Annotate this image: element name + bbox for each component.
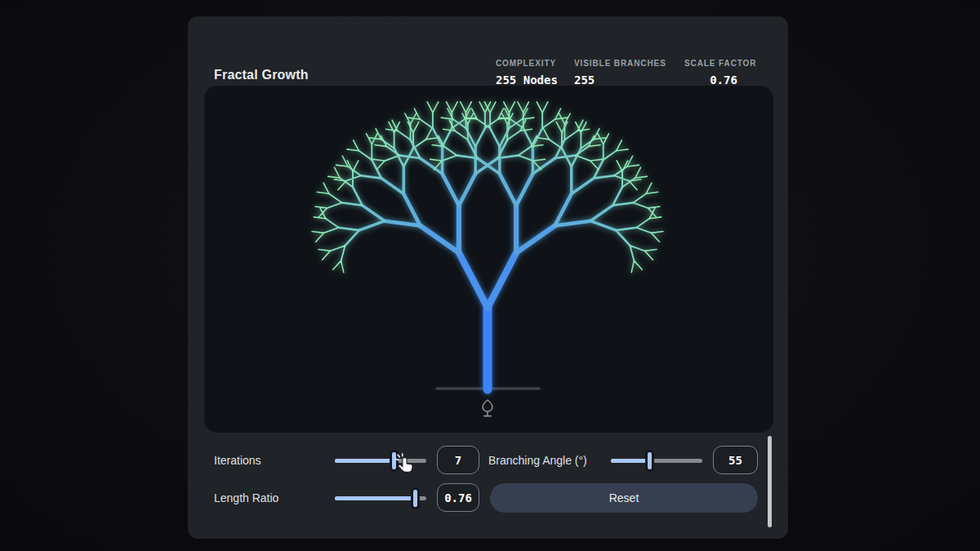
branching-angle-slider-track[interactable] (611, 459, 702, 463)
stat-visible-branches-value: 255 (574, 73, 666, 87)
stat-complexity: COMPLEXITY 255 Nodes (496, 59, 558, 87)
fractal-tree-svg (204, 86, 773, 433)
controls-scrollbar[interactable] (768, 436, 772, 527)
branching-angle-label: Branching Angle (°) (488, 454, 587, 467)
fractal-app-card: Fractal Growth COMPLEXITY 255 Nodes VISI… (188, 16, 788, 539)
iterations-value-box[interactable]: 7 (437, 446, 479, 474)
length-ratio-value-box[interactable]: 0.76 (437, 483, 479, 512)
stat-complexity-label: COMPLEXITY (496, 59, 558, 68)
length-ratio-slider[interactable] (335, 487, 426, 509)
tree-icon (477, 397, 498, 421)
stat-visible-branches: VISIBLE BRANCHES 255 (574, 59, 666, 87)
iterations-slider-thumb[interactable] (390, 450, 399, 472)
stat-complexity-value: 255 Nodes (496, 73, 558, 87)
branching-angle-slider[interactable] (611, 449, 702, 472)
page-title: Fractal Growth (214, 68, 309, 82)
fractal-tree-canvas (204, 86, 773, 433)
reset-button[interactable]: Reset (490, 483, 758, 513)
branching-angle-value-box[interactable]: 55 (713, 446, 758, 474)
iterations-slider[interactable] (335, 449, 426, 472)
stat-scale-factor-value: 0.76 (684, 73, 763, 87)
iterations-slider-track[interactable] (335, 459, 426, 463)
branching-angle-slider-thumb[interactable] (645, 450, 654, 472)
iterations-label: Iterations (214, 454, 261, 467)
length-ratio-slider-thumb[interactable] (411, 487, 420, 509)
stat-scale-factor: SCALE FACTOR 0.76 (684, 59, 763, 87)
stat-visible-branches-label: VISIBLE BRANCHES (574, 59, 666, 68)
stat-scale-factor-label: SCALE FACTOR (684, 59, 763, 68)
length-ratio-label: Length Ratio (214, 491, 278, 504)
